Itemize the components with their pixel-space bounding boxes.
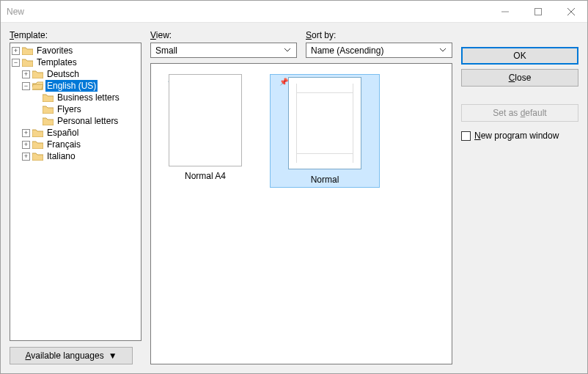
folder-icon	[43, 105, 54, 114]
sort-label: Sort by:	[306, 30, 452, 40]
folder-icon	[32, 152, 43, 161]
chevron-down-icon	[281, 48, 293, 52]
folder-icon	[43, 117, 54, 125]
tree-node-flyers[interactable]: Flyers	[32, 103, 141, 115]
template-item-normal[interactable]: 📌 Normal	[270, 74, 380, 188]
tree-node-deutsch[interactable]: + Deutsch	[22, 68, 141, 80]
view-label: View:	[150, 30, 297, 40]
folder-icon	[32, 70, 43, 78]
template-tree[interactable]: + Favorites − Templates	[10, 43, 142, 341]
set-default-button: Set as default	[461, 104, 578, 122]
tree-node-espanol[interactable]: + Español	[22, 127, 141, 139]
tree-node-italiano[interactable]: + Italiano	[22, 150, 141, 162]
folder-icon	[22, 58, 33, 67]
chevron-down-icon: ▼	[109, 351, 117, 361]
template-item-normal-a4[interactable]: 📌 Normal A4	[161, 74, 249, 181]
collapse-icon[interactable]: −	[22, 82, 30, 90]
expand-icon[interactable]: +	[22, 70, 30, 78]
tree-node-personal-letters[interactable]: Personal letters	[32, 115, 141, 127]
collapse-icon[interactable]: −	[12, 59, 20, 67]
dialog-body: Template: + Favorites − Te	[1, 23, 587, 373]
checkbox-icon[interactable]	[461, 131, 471, 141]
available-languages-button[interactable]: Available languages ▼	[10, 347, 133, 364]
new-window-checkbox[interactable]: New program window	[461, 131, 578, 141]
chevron-down-icon	[436, 48, 449, 52]
template-caption: Normal	[306, 174, 344, 186]
expand-icon[interactable]: +	[12, 47, 20, 55]
template-column: Template: + Favorites − Te	[10, 30, 142, 364]
view-group: View: Small	[150, 30, 297, 58]
template-label: Template:	[10, 30, 142, 40]
maximize-button[interactable]	[521, 1, 554, 22]
expand-icon[interactable]: +	[22, 129, 30, 137]
close-window-button[interactable]	[554, 1, 587, 22]
center-column: View: Small Sort by: Name (Ascending)	[150, 30, 452, 364]
minimize-button[interactable]	[488, 1, 521, 22]
view-dropdown[interactable]: Small	[150, 43, 297, 58]
tree-node-english[interactable]: − English (US)	[22, 80, 141, 92]
close-button[interactable]: Close	[461, 69, 578, 87]
sort-group: Sort by: Name (Ascending)	[306, 30, 452, 58]
sort-dropdown[interactable]: Name (Ascending)	[306, 43, 452, 58]
tree-node-francais[interactable]: + Français	[22, 139, 141, 150]
template-gallery[interactable]: 📌 Normal A4 📌 Normal	[150, 63, 452, 364]
view-sort-row: View: Small Sort by: Name (Ascending)	[150, 30, 452, 58]
folder-icon	[32, 140, 43, 149]
dialog-window: New Template: + Favorites	[0, 0, 588, 374]
folder-icon	[32, 128, 43, 137]
template-caption: Normal A4	[185, 171, 226, 181]
template-thumbnail	[288, 77, 361, 169]
right-column: OK Close Set as default New program wind…	[461, 30, 578, 364]
pin-icon: 📌	[279, 78, 288, 86]
titlebar: New	[1, 1, 587, 23]
svg-rect-1	[534, 8, 541, 15]
template-thumbnail	[169, 74, 242, 166]
window-title: New	[1, 7, 488, 17]
folder-open-icon	[32, 81, 43, 90]
folder-icon	[43, 93, 54, 102]
tree-node-business-letters[interactable]: Business letters	[32, 92, 141, 103]
tree-node-favorites[interactable]: + Favorites	[12, 45, 141, 56]
expand-icon[interactable]: +	[22, 153, 30, 161]
folder-icon	[22, 46, 33, 55]
expand-icon[interactable]: +	[22, 141, 30, 149]
tree-node-templates[interactable]: − Templates	[12, 56, 141, 68]
ok-button[interactable]: OK	[461, 47, 578, 65]
